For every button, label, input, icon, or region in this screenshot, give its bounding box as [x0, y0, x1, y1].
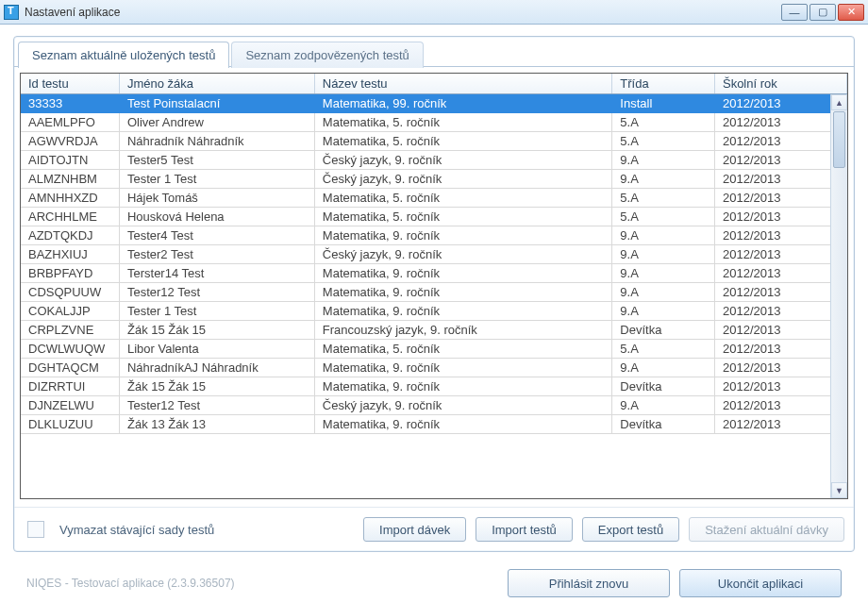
grid-header-row: Id testu Jméno žáka Název testu Třída Šk… [21, 74, 847, 94]
table-row[interactable]: DJNZELWUTester12 TestČeský jazyk, 9. roč… [21, 396, 847, 415]
cell-class: Install [612, 94, 715, 113]
table-row[interactable]: DIZRRTUIŽák 15 Žák 15Matematika, 9. ročn… [21, 377, 847, 396]
cell-test: Matematika, 9. ročník [314, 415, 612, 434]
quit-app-button[interactable]: Ukončit aplikaci [679, 569, 842, 597]
table-row[interactable]: 33333Test PoinstalacníMatematika, 99. ro… [21, 94, 847, 113]
cell-year: 2012/2013 [714, 113, 846, 132]
scroll-thumb[interactable] [833, 111, 845, 168]
cell-test: Matematika, 9. ročník [314, 377, 612, 396]
cell-student: Tester12 Test [119, 283, 314, 302]
grid-scrollbar[interactable]: ▲ ▼ [830, 94, 847, 498]
table-row[interactable]: CRPLZVNEŽák 15 Žák 15Francouzský jazyk, … [21, 321, 847, 340]
minimize-button[interactable]: — [781, 4, 808, 21]
cell-year: 2012/2013 [714, 226, 846, 245]
table-row[interactable]: AMNHHXZDHájek TomášMatematika, 5. ročník… [21, 189, 847, 208]
cell-year: 2012/2013 [714, 283, 846, 302]
import-tests-button[interactable]: Import testů [476, 517, 573, 542]
col-id[interactable]: Id testu [21, 74, 119, 94]
scroll-down-icon[interactable]: ▼ [831, 482, 847, 498]
panel-footer: Vymazat stávající sady testů Import dáve… [14, 507, 854, 551]
cell-id: BRBPFAYD [21, 264, 119, 283]
cell-student: Hájek Tomáš [119, 189, 314, 208]
table-row[interactable]: AIDTOJTNTester5 TestČeský jazyk, 9. ročn… [21, 151, 847, 170]
cell-student: Test Poinstalacní [119, 94, 314, 113]
col-class[interactable]: Třída [612, 74, 715, 94]
cell-student: Žák 15 Žák 15 [119, 321, 314, 340]
cell-year: 2012/2013 [714, 359, 846, 377]
cell-year: 2012/2013 [714, 151, 846, 170]
cell-class: Devítka [612, 415, 715, 434]
cell-id: AIDTOJTN [21, 151, 119, 170]
cell-class: 9.A [612, 245, 715, 264]
tab-body: Id testu Jméno žáka Název testu Třída Šk… [14, 66, 854, 507]
cell-student: Oliver Andrew [119, 113, 314, 132]
cell-class: 5.A [612, 189, 715, 208]
maximize-button[interactable]: ▢ [810, 4, 836, 21]
cell-year: 2012/2013 [714, 170, 846, 189]
cell-id: AAEMLPFO [21, 113, 119, 132]
cell-id: CRPLZVNE [21, 321, 119, 340]
table-row[interactable]: ARCHHLMEHousková HelenaMatematika, 5. ro… [21, 208, 847, 226]
cell-test: Český jazyk, 9. ročník [314, 170, 612, 189]
main-panel: Seznam aktuálně uložených testů Seznam z… [13, 36, 855, 552]
table-row[interactable]: COKALJJPTester 1 TestMatematika, 9. ročn… [21, 302, 847, 321]
cell-class: Devítka [612, 377, 715, 396]
cell-year: 2012/2013 [714, 189, 846, 208]
cell-test: Matematika, 5. ročník [314, 132, 612, 151]
cell-student: Náhradník Náhradník [119, 132, 314, 151]
tab-answered-tests[interactable]: Seznam zodpovězených testů [231, 42, 423, 68]
cell-year: 2012/2013 [714, 377, 846, 396]
tabs: Seznam aktuálně uložených testů Seznam z… [14, 37, 854, 67]
cell-student: Tester 1 Test [119, 170, 314, 189]
cell-class: 5.A [612, 340, 715, 359]
table-row[interactable]: AAEMLPFOOliver AndrewMatematika, 5. ročn… [21, 113, 847, 132]
cell-test: Matematika, 99. ročník [314, 94, 612, 113]
cell-test: Matematika, 5. ročník [314, 208, 612, 226]
export-tests-button[interactable]: Export testů [582, 517, 679, 542]
table-row[interactable]: AGWVRDJANáhradník NáhradníkMatematika, 5… [21, 132, 847, 151]
cell-id: COKALJJP [21, 302, 119, 321]
cell-id: AGWVRDJA [21, 132, 119, 151]
cell-year: 2012/2013 [714, 245, 846, 264]
cell-id: DGHTAQCM [21, 359, 119, 377]
cell-year: 2012/2013 [714, 208, 846, 226]
cell-id: AMNHHXZD [21, 189, 119, 208]
app-icon [4, 5, 19, 20]
cell-test: Matematika, 9. ročník [314, 302, 612, 321]
cell-test: Matematika, 5. ročník [314, 189, 612, 208]
cell-test: Francouzský jazyk, 9. ročník [314, 321, 612, 340]
cell-id: BAZHXIUJ [21, 245, 119, 264]
cell-class: 9.A [612, 302, 715, 321]
table-row[interactable]: AZDTQKDJTester4 TestMatematika, 9. roční… [21, 226, 847, 245]
cell-class: 9.A [612, 283, 715, 302]
table-row[interactable]: BAZHXIUJTester2 TestČeský jazyk, 9. ročn… [21, 245, 847, 264]
import-batch-button[interactable]: Import dávek [363, 517, 466, 542]
col-year[interactable]: Školní rok [714, 74, 846, 94]
cell-student: Žák 13 Žák 13 [119, 415, 314, 434]
cell-year: 2012/2013 [714, 264, 846, 283]
table-row[interactable]: DLKLUZUUŽák 13 Žák 13Matematika, 9. ročn… [21, 415, 847, 434]
table-row[interactable]: DCWLWUQWLibor ValentaMatematika, 5. ročn… [21, 340, 847, 359]
cell-test: Matematika, 9. ročník [314, 226, 612, 245]
col-test[interactable]: Název testu [314, 74, 612, 94]
cell-class: 9.A [612, 170, 715, 189]
close-button[interactable]: ✕ [838, 4, 864, 21]
clear-sets-checkbox[interactable] [27, 521, 44, 538]
col-student[interactable]: Jméno žáka [119, 74, 314, 94]
table-row[interactable]: CDSQPUUWTester12 TestMatematika, 9. ročn… [21, 283, 847, 302]
table-row[interactable]: ALMZNHBMTester 1 TestČeský jazyk, 9. roč… [21, 170, 847, 189]
cell-test: Matematika, 5. ročník [314, 340, 612, 359]
cell-class: Devítka [612, 321, 715, 340]
table-row[interactable]: BRBPFAYDTerster14 TestMatematika, 9. roč… [21, 264, 847, 283]
tab-saved-tests[interactable]: Seznam aktuálně uložených testů [18, 42, 229, 68]
cell-class: 5.A [612, 113, 715, 132]
cell-id: CDSQPUUW [21, 283, 119, 302]
cell-year: 2012/2013 [714, 94, 846, 113]
cell-id: 33333 [21, 94, 119, 113]
table-row[interactable]: DGHTAQCMNáhradníkAJ NáhradníkMatematika,… [21, 359, 847, 377]
cell-student: Tester5 Test [119, 151, 314, 170]
cell-id: DLKLUZUU [21, 415, 119, 434]
relogin-button[interactable]: Přihlásit znovu [508, 569, 670, 597]
cell-id: DCWLWUQW [21, 340, 119, 359]
scroll-up-icon[interactable]: ▲ [831, 94, 847, 110]
